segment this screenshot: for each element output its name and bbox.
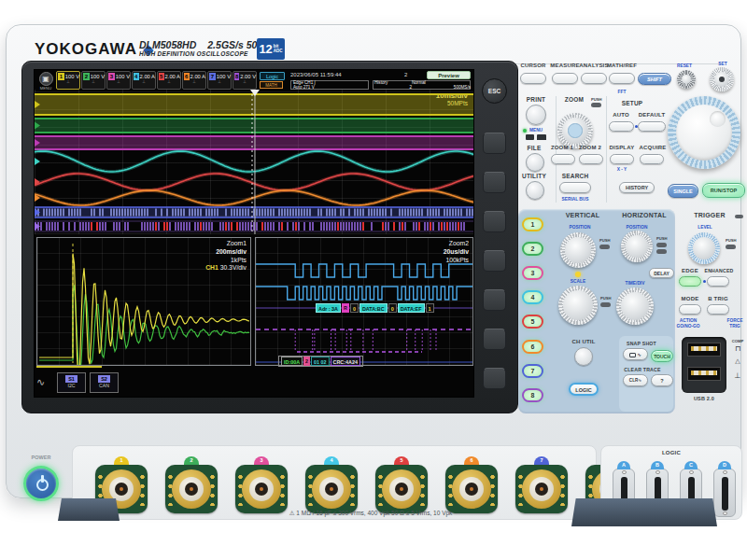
channel-5-button[interactable]: 5 [522, 315, 543, 329]
default-button[interactable] [638, 121, 666, 132]
screen-menu-button[interactable]: ▣ MENU [37, 72, 54, 90]
enhanced-button[interactable] [707, 276, 729, 287]
softkey-7[interactable] [483, 368, 506, 389]
bnc-pin [540, 487, 543, 491]
softkey-6[interactable] [483, 329, 506, 350]
zoom-knob[interactable] [557, 113, 593, 148]
channel-8-button[interactable]: 8 [522, 388, 543, 402]
analysis-button[interactable] [581, 73, 607, 84]
jog-shuttle-knob[interactable] [668, 96, 740, 169]
mathref-button[interactable] [609, 73, 635, 84]
screen-channel-badge-6[interactable]: 62.00 A⊥ [182, 71, 206, 90]
history-button[interactable]: HISTORY [619, 182, 655, 193]
channel-3-button[interactable]: 3 [522, 266, 543, 280]
snap-shot-button[interactable]: ∿ [623, 348, 648, 360]
clear-trace-button[interactable]: CLR∿ [623, 374, 648, 386]
screen-channel-badge-4[interactable]: 42.00 A⊥ [132, 71, 156, 90]
search-button[interactable] [559, 182, 591, 193]
channel-6-button[interactable]: 6 [522, 340, 543, 354]
serial-badge-S1[interactable]: S1I2C [57, 372, 86, 393]
printer-icon [537, 134, 546, 140]
ch-util-button[interactable] [574, 347, 593, 366]
model-number: DLM5058HD [139, 39, 196, 50]
logic-port-tab: D [718, 461, 731, 469]
preview-button[interactable]: Preview [427, 71, 471, 79]
logic-badge[interactable]: Logic [260, 72, 285, 80]
acquire-label: ACQUIRE [636, 145, 669, 150]
softkey-4[interactable] [483, 250, 506, 272]
serial-id: S1 [65, 375, 78, 383]
run-stop-button[interactable]: RUN/STOP [702, 183, 745, 198]
power-button[interactable] [23, 466, 59, 501]
mode-button[interactable] [679, 304, 701, 315]
channel-2-button[interactable]: 2 [522, 242, 543, 256]
print-button[interactable] [526, 105, 546, 125]
usb-port-top[interactable] [687, 343, 721, 357]
print-menu-label: MENU [526, 128, 546, 133]
oscilloscope-screen[interactable]: ▣ MENU 1100 V⊥2100 V⊥3100 V⊥42.00 A⊥52.0… [34, 69, 474, 398]
ground-coupling-icon: ⊥ [142, 80, 146, 85]
math-badge[interactable]: MATH [260, 81, 283, 89]
serial-badge-S2[interactable]: S2CAN [90, 372, 119, 393]
reset-knob[interactable] [677, 70, 696, 89]
esc-button[interactable]: ESC [482, 78, 507, 104]
main-waveform-area [35, 90, 474, 234]
softkey-5[interactable] [483, 289, 506, 311]
trigger-push-label: PUSH [726, 238, 737, 243]
logic-port-tab: A [617, 461, 630, 469]
set-knob[interactable] [710, 67, 734, 91]
timediv-label: TIME/DIV [617, 281, 653, 287]
softkey-3[interactable] [483, 211, 506, 232]
timediv-knob[interactable] [616, 287, 654, 325]
zoom1-button[interactable] [551, 154, 575, 164]
single-button[interactable]: SINGLE [668, 184, 698, 198]
screen-toolbar: ∿ S1I2CS2CAN [36, 372, 119, 393]
measure-button[interactable] [552, 73, 578, 84]
zoom1-label: ZOOM 1 [548, 145, 576, 150]
ground-coupling-icon: ⊥ [192, 80, 196, 85]
trigger-level-knob[interactable] [688, 232, 720, 264]
shift-button[interactable]: SHIFT [638, 73, 671, 85]
utility-button[interactable] [526, 181, 544, 200]
zoom2-button[interactable] [579, 154, 603, 164]
screen-channel-badge-8[interactable]: 82.00 V⊥ [233, 71, 257, 90]
vertical-position-knob[interactable] [560, 232, 596, 268]
touch-button[interactable]: TOUCH [651, 350, 673, 362]
horizontal-push-oval2 [656, 249, 667, 254]
bnc-pin [260, 487, 263, 491]
help-button[interactable]: ? [651, 374, 673, 386]
screen-channel-badge-5[interactable]: 52.00 A⊥ [157, 71, 181, 90]
screen-channel-badge-3[interactable]: 3100 V⊥ [106, 71, 131, 90]
acquire-button[interactable] [640, 154, 664, 164]
b-trig-button[interactable] [707, 304, 729, 315]
vertical-scale-knob[interactable] [558, 286, 598, 325]
logic-button[interactable]: LOGIC [569, 383, 599, 396]
delay-button[interactable]: DELAY [649, 268, 674, 278]
channel-1-button[interactable]: 1 [522, 217, 543, 231]
logic-port-slot [722, 477, 728, 511]
horizontal-position-knob[interactable] [621, 231, 653, 262]
xy-label: X - Y [608, 167, 636, 173]
auto-button[interactable] [609, 121, 634, 132]
edge-button[interactable] [679, 276, 701, 287]
bnc-channel-tab: 4 [324, 456, 339, 465]
display-button[interactable] [610, 154, 634, 164]
screen-channel-badge-7[interactable]: 7100 V⊥ [207, 71, 232, 90]
cursor-button[interactable] [520, 73, 546, 84]
decode-candata-2: 01 02 [311, 357, 330, 366]
vertical-push-oval [599, 245, 610, 249]
edge-label: EDGE [677, 268, 703, 273]
channel-4-button[interactable]: 4 [522, 290, 543, 304]
screen-channel-badge-1[interactable]: 1100 V⊥ [56, 71, 80, 90]
serial-bus-name: I2C [58, 383, 85, 388]
softkey-1[interactable] [483, 133, 506, 154]
softkey-2[interactable] [483, 172, 506, 193]
channel-7-button[interactable]: 7 [522, 364, 543, 378]
waveform-icon[interactable]: ∿ [36, 372, 53, 391]
file-button[interactable] [526, 153, 544, 172]
usb-port-bottom[interactable] [687, 367, 721, 381]
zoom-region-bar [36, 366, 102, 368]
bnc-channel-tab: 1 [114, 456, 129, 465]
screen-channel-badge-2[interactable]: 2100 V⊥ [81, 71, 106, 90]
logic-panel-title: LOGIC [601, 450, 741, 455]
